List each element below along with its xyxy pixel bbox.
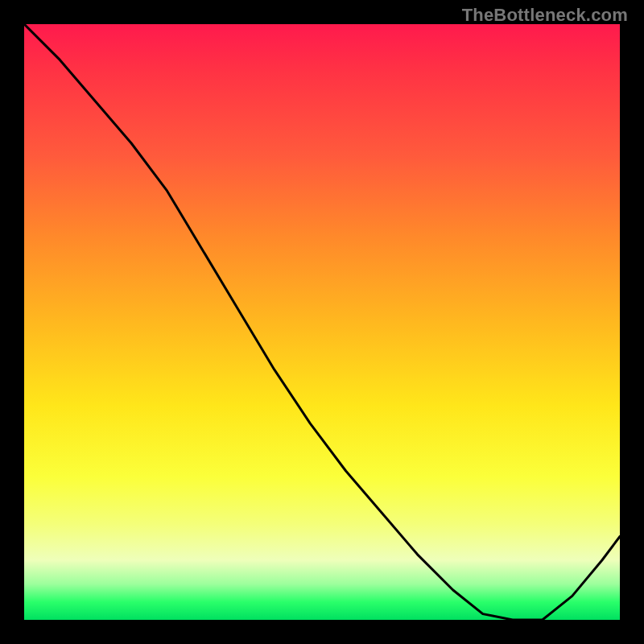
chart-plot-area [24,24,620,620]
chart-line-svg [24,24,620,620]
chart-series-curve [24,24,620,620]
watermark-text: TheBottleneck.com [462,5,628,26]
